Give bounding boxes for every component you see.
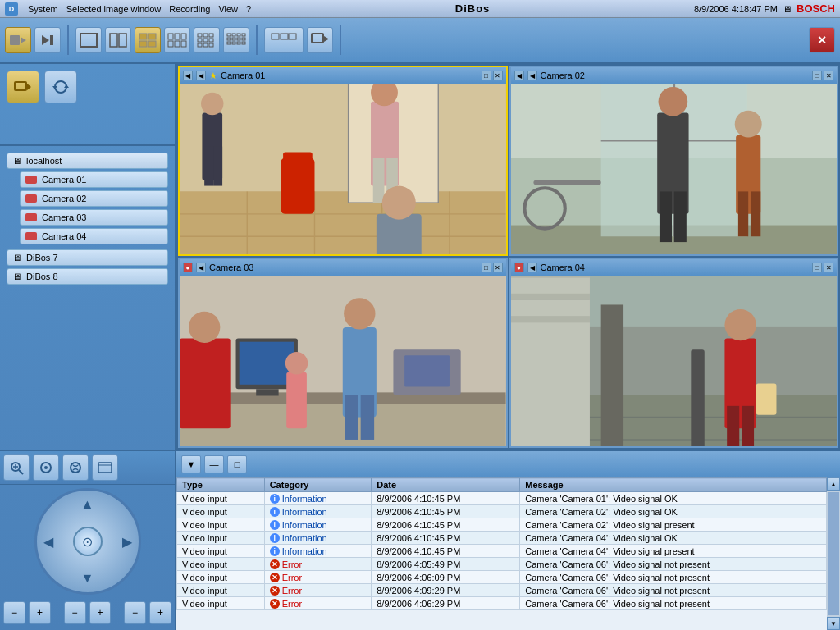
- playback-button[interactable]: [34, 27, 61, 53]
- cam02-min-btn[interactable]: □: [812, 71, 822, 80]
- ptz-down-arrow[interactable]: ▼: [81, 571, 94, 586]
- ptz-up-arrow[interactable]: ▲: [81, 497, 94, 512]
- ptz-center-btn[interactable]: ⊙: [73, 527, 103, 556]
- menu-recording[interactable]: Recording: [169, 4, 210, 14]
- zoom-in-btn[interactable]: +: [29, 601, 51, 624]
- ptz-joystick: ▲ ▼ ◀ ▶ ⊙: [0, 485, 175, 598]
- titlebar: D System Selected image window Recording…: [0, 0, 840, 18]
- cam04-close-btn[interactable]: ✕: [824, 262, 833, 272]
- svg-rect-32: [237, 38, 240, 40]
- six-view-button[interactable]: [164, 27, 190, 53]
- sixteen-view-button[interactable]: [223, 27, 249, 53]
- left-top-buttons: [7, 71, 168, 103]
- log-row-8[interactable]: Video input✕ Error8/9/2006 4:06:29 PMCam…: [177, 597, 827, 610]
- cam03-min-btn[interactable]: □: [482, 262, 491, 272]
- log-row-3[interactable]: Video inputi Information8/9/2006 4:10:45…: [177, 532, 827, 545]
- cam-icon-02: ​: [25, 194, 37, 203]
- camera-window-04[interactable]: ● ◀ Camera 04 □ ✕: [509, 258, 839, 448]
- menu-help[interactable]: ?: [246, 4, 251, 14]
- log-sep-btn[interactable]: —: [204, 455, 224, 473]
- cam01-star-icon: ★: [209, 71, 217, 81]
- cam03-rec-btn[interactable]: ●: [183, 262, 193, 272]
- focus-near-btn[interactable]: −: [64, 601, 86, 624]
- svg-point-52: [44, 466, 48, 469]
- cam02-close-btn[interactable]: ✕: [824, 71, 833, 80]
- cam04-min-btn[interactable]: □: [812, 262, 822, 272]
- close-all-button[interactable]: ✕: [809, 27, 835, 53]
- log-table: Type Category Date Message Video inputi …: [176, 477, 827, 630]
- menu-system[interactable]: System: [28, 4, 58, 14]
- cam01-rec-btn[interactable]: ◀: [183, 71, 193, 80]
- zoom-out-btn[interactable]: −: [3, 601, 25, 624]
- cam01-min-btn[interactable]: □: [482, 71, 491, 80]
- sequence-button[interactable]: [264, 27, 304, 53]
- cam01-back-btn[interactable]: ◀: [196, 71, 206, 80]
- refresh-btn[interactable]: [44, 71, 77, 103]
- ptz-left-arrow[interactable]: ◀: [43, 534, 53, 550]
- tree-camera-02[interactable]: ​ Camera 02: [20, 190, 168, 207]
- log-toolbar: ▼ — □: [176, 451, 840, 477]
- nine-view-button[interactable]: [194, 27, 220, 53]
- quad-view-button[interactable]: [135, 27, 161, 53]
- svg-rect-88: [659, 191, 671, 242]
- iris-close-btn[interactable]: −: [124, 601, 146, 624]
- cam01-close-btn[interactable]: ✕: [493, 71, 503, 80]
- info-circle-icon: i: [270, 533, 280, 543]
- camera-window-01[interactable]: ◀ ◀ ★ Camera 01 □ ✕: [178, 66, 508, 256]
- log-cell-type-0: Video input: [177, 492, 265, 505]
- tree-server-dibos8[interactable]: 🖥 DiBos 8: [7, 268, 168, 285]
- camera-window-03[interactable]: ● ◀ Camera 03 □ ✕: [178, 258, 508, 448]
- info-badge: i Information: [270, 494, 327, 504]
- single-view-button[interactable]: [75, 27, 102, 53]
- focus-far-btn[interactable]: +: [89, 601, 112, 624]
- log-scroll-thumb[interactable]: [828, 492, 839, 615]
- ptz-zoom-icon[interactable]: [3, 454, 30, 481]
- tree-server-dibos7[interactable]: 🖥 DiBos 7: [7, 249, 168, 266]
- live-button[interactable]: [5, 27, 31, 53]
- ptz-right-arrow[interactable]: ▶: [122, 534, 132, 550]
- svg-rect-27: [232, 34, 235, 36]
- log-row-2[interactable]: Video inputi Information8/9/2006 4:10:45…: [177, 518, 827, 532]
- tree-camera-01[interactable]: ​ Camera 01: [20, 171, 168, 188]
- tree-host-localhost[interactable]: 🖥 localhost: [7, 153, 168, 169]
- cam04-back-btn[interactable]: ◀: [527, 262, 537, 272]
- svg-marker-46: [52, 86, 57, 89]
- camera-window-02[interactable]: ◀ ◀ Camera 02 □ ✕: [509, 66, 839, 256]
- svg-rect-126: [511, 276, 590, 278]
- cam-icon-01: ​: [25, 176, 37, 184]
- svg-point-87: [658, 87, 687, 116]
- log-row-1[interactable]: Video inputi Information8/9/2006 4:10:45…: [177, 505, 827, 518]
- tree-camera-03[interactable]: ​ Camera 03: [20, 209, 168, 226]
- log-stop-btn[interactable]: □: [227, 455, 247, 473]
- menu-view[interactable]: View: [218, 4, 238, 14]
- iris-open-btn[interactable]: +: [149, 601, 171, 624]
- ptz-preset-icon[interactable]: [92, 454, 118, 481]
- log-filter-btn[interactable]: ▼: [181, 455, 201, 473]
- log-row-5[interactable]: Video input✕ Error8/9/2006 4:05:49 PMCam…: [177, 558, 827, 571]
- log-scroll-down-btn[interactable]: ▼: [827, 617, 840, 630]
- log-row-4[interactable]: Video inputi Information8/9/2006 4:10:45…: [177, 545, 827, 558]
- menu-selected-window[interactable]: Selected image window: [66, 4, 162, 14]
- error-circle-icon: ✕: [270, 573, 280, 582]
- ptz-iris-icon[interactable]: [62, 454, 89, 481]
- camera-02-title-right: □ ✕: [812, 71, 833, 80]
- svg-rect-72: [213, 147, 222, 186]
- tree-camera-04[interactable]: ​ Camera 04: [20, 228, 168, 244]
- log-row-6[interactable]: Video input✕ Error8/9/2006 4:06:09 PMCam…: [177, 571, 827, 584]
- cam03-close-btn[interactable]: ✕: [493, 262, 503, 272]
- cam03-back-btn[interactable]: ◀: [196, 262, 206, 272]
- single-cam-button[interactable]: [307, 27, 333, 53]
- log-cell-message-8: Camera 'Camera 06': Video signal not pre…: [520, 597, 827, 610]
- dual-view-button[interactable]: [105, 27, 131, 53]
- log-row-7[interactable]: Video input✕ Error8/9/2006 4:09:29 PMCam…: [177, 584, 827, 597]
- svg-rect-127: [511, 294, 590, 300]
- cam04-rec-btn[interactable]: ●: [514, 262, 524, 272]
- log-cell-type-8: Video input: [177, 597, 265, 610]
- cam02-rec-btn[interactable]: ◀: [514, 71, 524, 80]
- log-scroll-up-btn[interactable]: ▲: [827, 477, 840, 491]
- log-row-0[interactable]: Video inputi Information8/9/2006 4:10:45…: [177, 492, 827, 505]
- ptz-wheel[interactable]: ▲ ▼ ◀ ▶ ⊙: [34, 488, 141, 595]
- cam02-back-btn[interactable]: ◀: [527, 71, 537, 80]
- camera-view-btn[interactable]: [7, 71, 39, 103]
- ptz-focus-icon[interactable]: [33, 454, 59, 481]
